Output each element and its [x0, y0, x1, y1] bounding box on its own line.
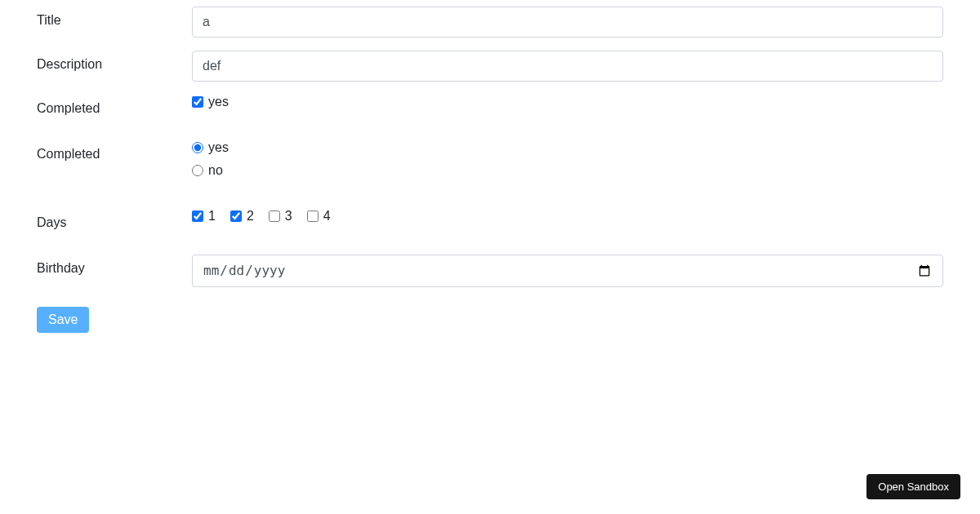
- completed-radio-row-no: no: [192, 163, 943, 178]
- form-group-title: Title: [37, 7, 943, 38]
- form: Title Description Completed yes Complete…: [0, 7, 980, 333]
- day-label-2: 2: [247, 209, 254, 224]
- form-group-birthday: Birthday: [37, 255, 943, 287]
- day-checkbox-3[interactable]: [269, 210, 280, 222]
- form-group-description: Description: [37, 51, 943, 82]
- day-checkbox-2[interactable]: [230, 210, 242, 222]
- birthday-label: Birthday: [37, 255, 192, 276]
- form-group-completed-radio: Completed yes no: [37, 140, 943, 184]
- completed-radio-no-label: no: [208, 163, 223, 178]
- days-label: Days: [37, 209, 192, 230]
- day-checkbox-4[interactable]: [307, 210, 318, 222]
- day-option-3: 3: [269, 209, 292, 224]
- completed-radio-yes[interactable]: [192, 142, 203, 153]
- completed-radio-no[interactable]: [192, 165, 203, 176]
- description-input-col: [192, 51, 943, 82]
- completed-checkbox-row: yes: [192, 95, 943, 109]
- completed-checkbox[interactable]: [192, 96, 203, 108]
- day-label-1: 1: [208, 209, 216, 224]
- completed-checkbox-col: yes: [192, 95, 943, 116]
- days-checkbox-group: 1 2 3 4: [192, 209, 943, 224]
- title-input[interactable]: [192, 7, 943, 38]
- day-option-4: 4: [307, 209, 331, 224]
- description-input[interactable]: [192, 51, 943, 82]
- day-label-4: 4: [323, 209, 331, 224]
- title-label: Title: [37, 7, 192, 28]
- completed-radio-col: yes no: [192, 140, 943, 184]
- form-group-days: Days 1 2 3 4: [37, 209, 943, 230]
- form-group-completed-checkbox: Completed yes: [37, 95, 943, 116]
- completed-checkbox-label: Completed: [37, 95, 192, 116]
- save-button[interactable]: Save: [37, 307, 89, 333]
- description-label: Description: [37, 51, 192, 72]
- completed-radio-yes-label: yes: [208, 140, 229, 155]
- day-option-2: 2: [230, 209, 254, 224]
- completed-radio-group: yes no: [192, 140, 943, 184]
- completed-checkbox-option-label: yes: [208, 95, 229, 109]
- day-checkbox-1[interactable]: [192, 210, 203, 222]
- open-sandbox-button[interactable]: Open Sandbox: [866, 474, 960, 499]
- day-option-1: 1: [192, 209, 216, 224]
- day-label-3: 3: [285, 209, 292, 224]
- title-input-col: [192, 7, 943, 38]
- days-col: 1 2 3 4: [192, 209, 943, 224]
- completed-radio-row-yes: yes: [192, 140, 943, 155]
- birthday-input[interactable]: [192, 255, 943, 287]
- birthday-col: [192, 255, 943, 287]
- completed-radio-label: Completed: [37, 140, 192, 162]
